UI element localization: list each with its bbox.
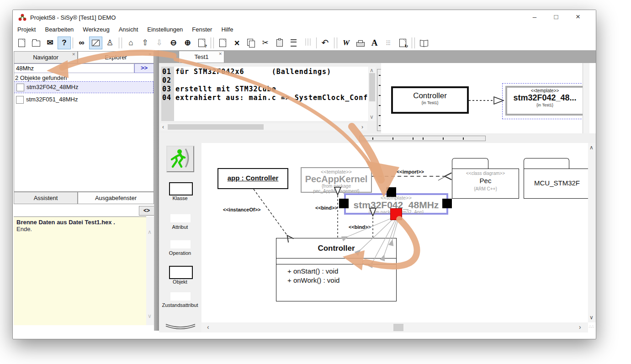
menu-einstellungen[interactable]: Einstellungen <box>143 25 187 34</box>
checkbox[interactable] <box>16 96 24 104</box>
code-view-button[interactable]: <> <box>139 206 154 216</box>
word-export-button[interactable]: W <box>339 37 353 49</box>
preview-template-node[interactable]: <<template>> stm32F042_48... {in Test1} <box>505 86 584 116</box>
pec-package-tab[interactable] <box>452 158 488 169</box>
open-folder-icon <box>32 41 40 47</box>
menu-werkzeug[interactable]: Werkzeug <box>78 25 114 34</box>
delete-button[interactable]: × <box>230 37 244 49</box>
tab-ausgabefenster[interactable]: Ausgabefenster <box>78 192 154 204</box>
left-splitter[interactable] <box>154 50 159 331</box>
menu-ansicht[interactable]: Ansicht <box>114 25 143 34</box>
minimize-button[interactable]: – <box>527 10 542 24</box>
tab-assistent[interactable]: Assistent <box>14 192 78 204</box>
toolbar-separator <box>334 37 337 48</box>
scroll-thumb[interactable] <box>369 73 375 101</box>
diagram-vscrollbar[interactable]: ∧ ∨ <box>588 143 596 322</box>
scroll-up-icon[interactable]: ∧ <box>370 68 374 73</box>
object-info-button[interactable]: ♙ <box>103 37 117 49</box>
scroll-right-icon[interactable]: › <box>579 324 581 330</box>
copy-button[interactable] <box>244 37 258 49</box>
selection-handle-red[interactable] <box>390 208 402 220</box>
pec-package-node[interactable]: <<class diagram>> Pec {ARM C++} <box>452 169 519 199</box>
tool-attribut[interactable] <box>170 214 191 222</box>
scroll-down-icon[interactable]: ∨ <box>148 313 152 319</box>
selection-handle-right[interactable] <box>442 199 452 208</box>
edit-window-button[interactable] <box>89 37 102 49</box>
menu-fenster[interactable]: Fenster <box>187 25 217 34</box>
menu-bearbeiten[interactable]: Bearbeiten <box>40 25 78 34</box>
scroll-left-icon[interactable]: ‹ <box>162 124 164 130</box>
tab-explorer[interactable]: Explorer ✕ <box>78 51 154 63</box>
resize-grip[interactable]: ∴∴ <box>589 326 594 332</box>
editor-vscrollbar[interactable]: ∧ ∨ <box>369 67 376 121</box>
tool-zustandsattribut[interactable] <box>170 292 191 301</box>
close-button[interactable]: × <box>570 10 586 24</box>
help-button[interactable]: ? <box>58 37 71 49</box>
title-bar[interactable]: Projekt58 - SiSy® [Test1] DEMO – □ × <box>13 10 596 25</box>
diagram-hscrollbar[interactable]: ‹ › <box>201 322 588 332</box>
search-button[interactable]: ∞ <box>75 37 88 49</box>
operation: + onStart() : void <box>287 267 338 275</box>
refresh-page-button[interactable]: ↻ <box>396 37 409 49</box>
preview-controller-node[interactable]: Controller {in Test1} <box>391 86 469 114</box>
editor-hscrollbar[interactable]: ‹ › <box>160 123 367 131</box>
tab-navigator[interactable]: Navigator ✕ <box>14 51 78 63</box>
outline-button[interactable] <box>287 37 300 49</box>
list-options-button[interactable]: ⋯⋯⋯ <box>382 37 395 49</box>
search-input[interactable] <box>14 63 134 73</box>
mcu-package-tab[interactable] <box>524 158 569 169</box>
cut-button[interactable]: ✂ <box>259 37 272 49</box>
code-text-area[interactable]: für STM32F042x6 (Ballendings) erstellt m… <box>174 67 368 121</box>
palette-more-icon[interactable] <box>164 323 197 331</box>
search-go-button[interactable]: >> <box>134 63 154 73</box>
scroll-left-icon[interactable]: ‹ <box>207 324 209 330</box>
result-item-stm32F042[interactable]: stm32F042_48MHz <box>14 81 154 93</box>
properties-button[interactable] <box>216 37 229 49</box>
tool-operation[interactable] <box>170 240 191 248</box>
scroll-up-icon[interactable]: ∧ <box>589 145 594 150</box>
controller-class-node[interactable]: Controller + onStart() : void + onWork()… <box>276 238 397 301</box>
run-button[interactable] <box>166 146 194 172</box>
selection-handle-top[interactable] <box>387 187 396 197</box>
result-item-stm32F051[interactable]: stm32F051_48MHz <box>14 94 154 106</box>
zoom-out-button[interactable]: ⊖ <box>167 37 180 49</box>
close-tab-icon[interactable]: ✕ <box>218 52 222 56</box>
font-button[interactable]: A <box>368 37 381 49</box>
manual-book-button[interactable] <box>417 37 430 49</box>
print-button[interactable] <box>354 37 367 49</box>
scroll-down-icon[interactable]: ∨ <box>589 315 594 320</box>
scroll-up-icon[interactable]: ∧ <box>148 229 152 235</box>
scroll-right-icon[interactable]: › <box>361 124 363 130</box>
zoom-in-button[interactable]: ⊕ <box>181 37 194 49</box>
tool-objekt[interactable] <box>169 266 193 279</box>
paste-button[interactable] <box>273 37 286 49</box>
mcu-package-node[interactable]: MCU_STM32F <box>524 169 588 199</box>
scroll-down-icon[interactable]: ∨ <box>370 114 374 120</box>
navigate-up-button[interactable]: ⇧ <box>138 37 152 49</box>
scroll-thumb[interactable] <box>168 124 264 130</box>
home-button[interactable]: ⌂ <box>124 37 138 49</box>
app-object-node[interactable]: app : Controller <box>217 168 288 189</box>
zoom-out-icon: ⊖ <box>170 39 176 47</box>
output-scrollbar[interactable]: ∧ ∨ <box>146 216 154 325</box>
horizontal-pane-splitter[interactable] <box>359 136 486 141</box>
open-folder-button[interactable] <box>29 37 42 49</box>
close-tab-icon[interactable]: ✕ <box>148 52 152 57</box>
mail-button[interactable]: ✉ <box>43 37 57 49</box>
new-document-button[interactable] <box>15 37 28 49</box>
selection-handle-left[interactable] <box>339 199 349 208</box>
menu-hilfe[interactable]: Hilfe <box>217 25 238 34</box>
navigate-down-button[interactable]: ⇩ <box>153 37 166 49</box>
maximize-button[interactable]: □ <box>548 10 564 24</box>
page-help-button[interactable]: ? <box>195 37 208 49</box>
tab-test1[interactable]: Test1 ✕ <box>179 51 224 63</box>
columns-button[interactable] <box>301 37 314 49</box>
pec-app-kernel-node[interactable]: <<template>> PecAppKernel {from package … <box>301 167 372 193</box>
close-tab-icon[interactable]: ✕ <box>72 52 75 57</box>
tool-klasse[interactable] <box>169 182 193 195</box>
undo-button[interactable]: ↶ <box>318 37 332 49</box>
preview-vscrollbar[interactable] <box>583 63 589 133</box>
scroll-thumb[interactable] <box>393 324 403 331</box>
menu-projekt[interactable]: Projekt <box>13 25 40 34</box>
checkbox[interactable] <box>16 84 24 91</box>
